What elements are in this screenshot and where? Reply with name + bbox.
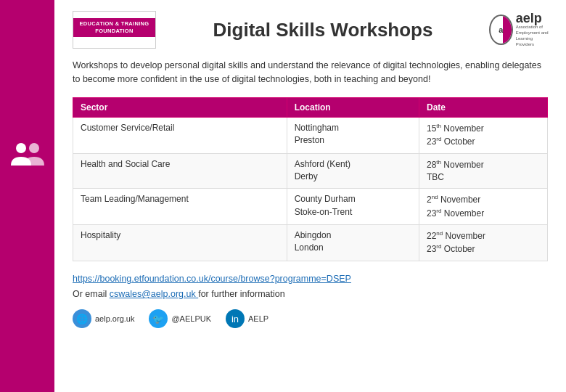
workshop-table: Sector Location Date Customer Service/Re… <box>73 97 548 261</box>
aelp-sub-text: Association ofEmployment and LearningPro… <box>516 25 549 47</box>
footer-icons: 🌐 aelp.org.uk 🐦 @AELPUK in AELP <box>73 309 548 328</box>
email-suffix: for further information <box>198 289 285 299</box>
table-row: Team Leading/ManagementCounty DurhamStok… <box>73 189 548 225</box>
linkedin-icon: in <box>226 309 245 328</box>
header: EDUCATION & TRAINING FOUNDATION Digital … <box>73 11 548 49</box>
aelp-main-text: aelp <box>516 12 549 25</box>
svg-point-0 <box>16 143 26 153</box>
footer-icon-twitter[interactable]: 🐦 @AELPUK <box>149 309 211 328</box>
table-row: Health and Social CareAshford (Kent)Derb… <box>73 153 548 189</box>
left-sidebar <box>0 0 54 392</box>
footer-icon-linkedin[interactable]: in AELP <box>226 309 268 328</box>
booking-link[interactable]: https://booking.etfoundation.co.uk/cours… <box>73 274 351 284</box>
table-cell-location: County DurhamStoke-on-Trent <box>287 189 419 225</box>
etf-logo-line2: FOUNDATION <box>78 28 151 35</box>
etf-logo: EDUCATION & TRAINING FOUNDATION <box>73 11 156 49</box>
globe-icon: 🌐 <box>73 309 91 328</box>
page-title: Digital Skills Workshops <box>171 19 475 41</box>
aelp-logo: a aelp Association ofEmployment and Lear… <box>490 11 548 49</box>
footer-label-linkedin: AELP <box>248 314 268 323</box>
footer-label-twitter: @AELPUK <box>171 314 211 323</box>
email-label: Or email <box>73 289 107 299</box>
table-cell-sector: Health and Social Care <box>73 153 287 189</box>
etf-logo-line1: EDUCATION & TRAINING <box>78 20 151 28</box>
footer-icon-globe[interactable]: 🌐 aelp.org.uk <box>73 309 134 328</box>
twitter-icon: 🐦 <box>149 309 168 328</box>
svg-point-1 <box>29 143 39 153</box>
footer-label-website: aelp.org.uk <box>95 314 134 323</box>
table-cell-location: NottinghamPreston <box>287 117 419 153</box>
table-cell-sector: Hospitality <box>73 225 287 261</box>
table-row: Customer Service/RetailNottinghamPreston… <box>73 117 548 153</box>
col-header-location: Location <box>287 97 419 117</box>
col-header-date: Date <box>419 97 548 117</box>
people-icon <box>9 138 46 174</box>
description: Workshops to develop personal digital sk… <box>73 59 548 87</box>
footer-links: https://booking.etfoundation.co.uk/cours… <box>73 271 548 303</box>
table-cell-date: 15th November23rd October <box>419 117 548 153</box>
table-row: HospitalityAbingdonLondon22nd November23… <box>73 225 548 261</box>
table-cell-location: Ashford (Kent)Derby <box>287 153 419 189</box>
table-cell-date: 22nd November23rd October <box>419 225 548 261</box>
table-cell-sector: Team Leading/Management <box>73 189 287 225</box>
col-header-sector: Sector <box>73 97 287 117</box>
email-link[interactable]: cswales@aelp.org.uk <box>110 289 198 299</box>
aelp-circle: a <box>489 15 513 45</box>
table-cell-date: 28th NovemberTBC <box>419 153 548 189</box>
table-cell-sector: Customer Service/Retail <box>73 117 287 153</box>
table-cell-date: 2nd November23rd November <box>419 189 548 225</box>
table-cell-location: AbingdonLondon <box>287 225 419 261</box>
main-content: EDUCATION & TRAINING FOUNDATION Digital … <box>54 0 566 392</box>
